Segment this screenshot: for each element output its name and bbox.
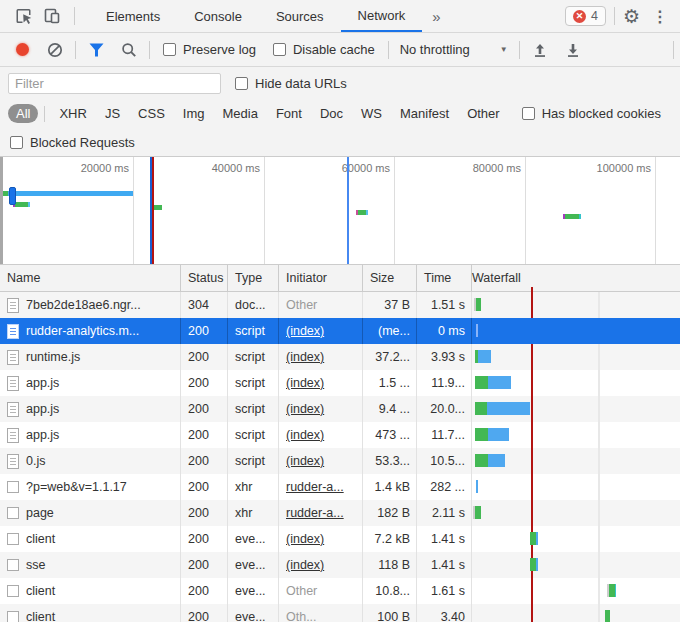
request-name-cell[interactable]: page (0, 500, 181, 526)
waterfall-cell[interactable] (472, 318, 680, 344)
tab-network[interactable]: Network (341, 0, 423, 32)
hide-data-urls-checkbox[interactable]: Hide data URLs (235, 76, 347, 91)
checkbox[interactable] (522, 107, 535, 120)
request-row[interactable]: rudder-analytics.m...200script(index)(me… (0, 318, 680, 344)
device-toolbar-icon[interactable] (38, 3, 66, 29)
request-name-cell[interactable]: app.js (0, 422, 181, 448)
waterfall-cell[interactable] (472, 474, 680, 500)
column-header-type[interactable]: Type (228, 265, 279, 291)
request-row[interactable]: runtime.js200script(index)37.2...3.93 s (0, 344, 680, 370)
request-name-cell[interactable]: 7beb2de18ae6.ngr... (0, 292, 181, 318)
table-body: 7beb2de18ae6.ngr...304doc...Other37 B1.5… (0, 292, 680, 622)
checkbox[interactable] (10, 136, 23, 149)
column-header-waterfall[interactable]: Waterfall (472, 265, 680, 291)
checkbox[interactable] (235, 77, 248, 90)
initiator-link[interactable]: (index) (286, 428, 324, 442)
request-name-cell[interactable]: app.js (0, 396, 181, 422)
column-header-time[interactable]: Time (417, 265, 472, 291)
initiator-link[interactable]: (index) (286, 454, 324, 468)
initiator-link[interactable]: (index) (286, 324, 324, 338)
waterfall-cell[interactable] (472, 578, 680, 604)
tab-elements[interactable]: Elements (89, 0, 177, 32)
type-filter-img[interactable]: Img (175, 104, 213, 123)
request-row[interactable]: 0.js200script(index)53.3...10.5... (0, 448, 680, 474)
request-name-cell[interactable]: client (0, 604, 181, 622)
checkbox[interactable] (163, 43, 176, 56)
waterfall-cell[interactable] (472, 422, 680, 448)
type-filter-doc[interactable]: Doc (312, 104, 351, 123)
type-filter-css[interactable]: CSS (130, 104, 173, 123)
waterfall-cell[interactable] (472, 292, 680, 318)
request-row[interactable]: sse200eve...(index)118 B1.41 s (0, 552, 680, 578)
request-row[interactable]: client200eve...(index)7.2 kB1.41 s (0, 526, 680, 552)
request-name-cell[interactable]: app.js (0, 370, 181, 396)
console-error-badge[interactable]: ✕ 4 (565, 6, 606, 26)
import-har-icon[interactable] (527, 38, 553, 62)
initiator-link[interactable]: (index) (286, 558, 324, 572)
request-name-cell[interactable]: runtime.js (0, 344, 181, 370)
filter-input[interactable] (8, 73, 221, 94)
waterfall-cell[interactable] (472, 500, 680, 526)
tab-sources[interactable]: Sources (259, 0, 341, 32)
preserve-log-checkbox[interactable]: Preserve log (163, 42, 256, 57)
type-filter-manifest[interactable]: Manifest (392, 104, 457, 123)
overview-timeline[interactable]: 20000 ms40000 ms60000 ms80000 ms100000 m… (0, 157, 680, 265)
waterfall-cell[interactable] (472, 370, 680, 396)
waterfall-cell[interactable] (472, 396, 680, 422)
initiator-link[interactable]: (index) (286, 376, 324, 390)
request-name-cell[interactable]: 0.js (0, 448, 181, 474)
request-name-cell[interactable]: sse (0, 552, 181, 578)
type-filter-ws[interactable]: WS (353, 104, 390, 123)
kebab-menu-icon[interactable]: ⋮ (648, 7, 672, 26)
search-icon[interactable] (116, 38, 142, 62)
column-header-initiator[interactable]: Initiator (279, 265, 363, 291)
has-blocked-cookies-checkbox[interactable]: Has blocked cookies (522, 106, 661, 121)
request-row[interactable]: app.js200script(index)9.4 ...20.0... (0, 396, 680, 422)
initiator-link[interactable]: rudder-a... (286, 506, 344, 520)
request-row[interactable]: app.js200script(index)1.5 ...11.9... (0, 370, 680, 396)
type-filter-media[interactable]: Media (214, 104, 265, 123)
type-filter-js[interactable]: JS (97, 104, 128, 123)
filter-funnel-icon[interactable] (83, 38, 109, 62)
initiator-link[interactable]: (index) (286, 532, 324, 546)
request-name-cell[interactable]: client (0, 526, 181, 552)
type-cell: script (228, 318, 279, 344)
column-header-status[interactable]: Status (181, 265, 228, 291)
waterfall-cell[interactable] (472, 344, 680, 370)
type-filter-all[interactable]: All (8, 104, 38, 123)
overview-selected-marker[interactable] (9, 187, 16, 205)
initiator-link[interactable]: (index) (286, 350, 324, 364)
clear-network-log-button[interactable] (42, 38, 68, 62)
column-header-size[interactable]: Size (363, 265, 417, 291)
type-filter-other[interactable]: Other (459, 104, 508, 123)
record-network-log-button[interactable] (9, 38, 35, 62)
waterfall-cell[interactable] (472, 552, 680, 578)
request-name-cell[interactable]: ?p=web&v=1.1.17 (0, 474, 181, 500)
waterfall-cell[interactable] (472, 604, 680, 622)
settings-gear-icon[interactable]: ⚙ (623, 5, 640, 28)
initiator-link[interactable]: rudder-a... (286, 480, 344, 494)
waterfall-cell[interactable] (472, 448, 680, 474)
request-name-cell[interactable]: rudder-analytics.m... (0, 318, 181, 344)
waterfall-cell[interactable] (472, 526, 680, 552)
request-row[interactable]: page200xhrrudder-a...182 B2.11 s (0, 500, 680, 526)
request-row[interactable]: app.js200script(index)473 ...11.7... (0, 422, 680, 448)
request-row[interactable]: client200eve...Oth...100 B3.40 (0, 604, 680, 622)
initiator-link[interactable]: (index) (286, 402, 324, 416)
blocked-requests-checkbox[interactable]: Blocked Requests (10, 135, 135, 150)
column-header-name[interactable]: Name (0, 265, 181, 291)
overview-left-handle[interactable] (0, 157, 3, 264)
request-row[interactable]: ?p=web&v=1.1.17200xhrrudder-a...1.4 kB28… (0, 474, 680, 500)
throttling-select[interactable]: No throttling ▼ (396, 42, 512, 57)
checkbox[interactable] (273, 43, 286, 56)
request-name-cell[interactable]: client (0, 578, 181, 604)
request-row[interactable]: 7beb2de18ae6.ngr...304doc...Other37 B1.5… (0, 292, 680, 318)
disable-cache-checkbox[interactable]: Disable cache (273, 42, 375, 57)
inspect-element-icon[interactable] (10, 3, 38, 29)
request-row[interactable]: client200eve...Other10.8...1.61 s (0, 578, 680, 604)
export-har-icon[interactable] (560, 38, 586, 62)
type-filter-font[interactable]: Font (268, 104, 310, 123)
type-filter-xhr[interactable]: XHR (51, 104, 94, 123)
more-tabs-button[interactable]: » (422, 8, 450, 25)
tab-console[interactable]: Console (177, 0, 259, 32)
